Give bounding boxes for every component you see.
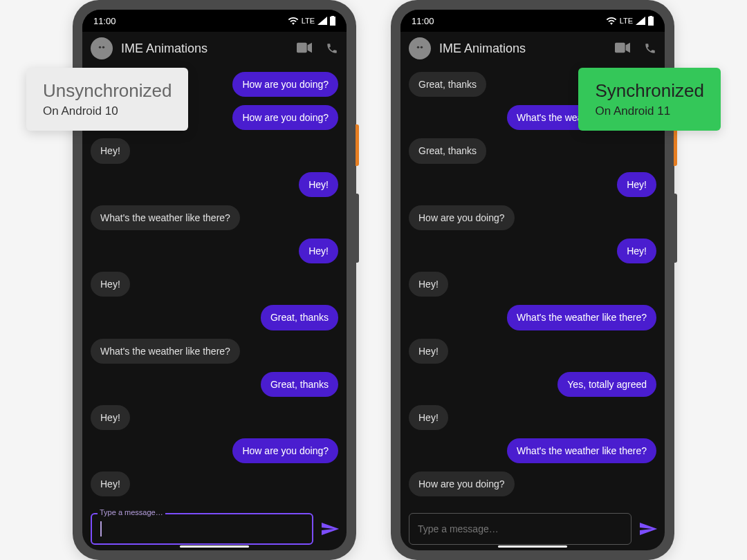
sent-bubble[interactable]: Yes, totally agreed: [557, 372, 656, 397]
message-row: How are you doing?: [409, 472, 656, 496]
svg-rect-0: [330, 17, 335, 26]
avatar[interactable]: [91, 37, 113, 59]
network-label: LTE: [620, 17, 633, 25]
network-label: LTE: [302, 17, 315, 25]
svg-rect-11: [615, 43, 625, 53]
status-bar: 11:00 LTE: [82, 10, 347, 32]
received-bubble[interactable]: How are you doing?: [409, 472, 515, 496]
avatar[interactable]: [409, 37, 431, 59]
app-title: IME Animations: [439, 41, 607, 56]
sent-bubble[interactable]: Hey!: [617, 239, 656, 263]
svg-point-8: [414, 42, 426, 55]
send-button[interactable]: [638, 521, 658, 537]
svg-point-4: [102, 46, 104, 48]
svg-rect-5: [297, 43, 307, 53]
svg-point-10: [421, 46, 423, 48]
message-row: What's the weather like there?: [91, 339, 338, 364]
sent-bubble[interactable]: How are you doing?: [232, 438, 338, 463]
message-row: Great, thanks: [91, 305, 338, 330]
app-title: IME Animations: [121, 41, 288, 56]
composer: Type a message…: [82, 507, 347, 550]
status-time: 11:00: [412, 16, 434, 26]
message-row: Hey!: [91, 472, 338, 496]
svg-point-3: [99, 46, 101, 48]
message-input[interactable]: [409, 513, 631, 545]
message-row: Hey!: [409, 272, 656, 297]
video-icon[interactable]: [615, 42, 630, 53]
phone-icon[interactable]: [326, 42, 338, 55]
message-row: Hey!: [91, 239, 338, 263]
received-bubble[interactable]: Hey!: [91, 138, 130, 163]
received-bubble[interactable]: Hey!: [409, 272, 448, 297]
message-row: Hey!: [409, 239, 656, 263]
wifi-icon: [288, 17, 299, 25]
battery-icon: [330, 16, 335, 26]
svg-rect-7: [649, 16, 652, 17]
svg-rect-6: [648, 17, 654, 26]
composer: [400, 507, 665, 550]
svg-point-9: [417, 46, 419, 48]
sent-bubble[interactable]: Hey!: [299, 239, 338, 263]
message-row: Hey!: [91, 405, 338, 430]
message-input[interactable]: [91, 513, 313, 545]
received-bubble[interactable]: What's the weather like there?: [91, 205, 240, 230]
received-bubble[interactable]: How are you doing?: [409, 205, 515, 230]
message-row: Hey!: [409, 172, 656, 197]
sent-bubble[interactable]: How are you doing?: [232, 72, 338, 97]
input-label: Type a message…: [98, 508, 165, 516]
received-bubble[interactable]: Hey!: [91, 472, 130, 496]
message-row: Hey!: [409, 405, 656, 430]
message-list-a[interactable]: How are you doing?How are you doing?Hey!…: [82, 65, 347, 507]
video-icon[interactable]: [297, 42, 312, 53]
text-cursor: [100, 521, 102, 536]
send-button[interactable]: [320, 521, 340, 537]
signal-icon: [636, 17, 645, 25]
phone-icon[interactable]: [644, 42, 656, 55]
tag-title: Synchronized: [595, 80, 704, 102]
home-indicator[interactable]: [180, 545, 249, 548]
svg-rect-1: [331, 16, 334, 17]
message-row: What's the weather like there?: [409, 438, 656, 463]
status-bar: 11:00 LTE: [400, 10, 665, 32]
message-row: What's the weather like there?: [91, 205, 338, 230]
received-bubble[interactable]: Great, thanks: [409, 138, 486, 163]
label-synchronized: Synchronized On Android 11: [578, 68, 721, 131]
sent-bubble[interactable]: Great, thanks: [261, 305, 338, 330]
received-bubble[interactable]: Hey!: [409, 339, 448, 364]
sent-bubble[interactable]: What's the weather like there?: [507, 438, 656, 463]
signal-icon: [317, 17, 327, 25]
wifi-icon: [606, 17, 617, 25]
message-row: Great, thanks: [91, 372, 338, 397]
message-row: Yes, totally agreed: [409, 372, 656, 397]
sent-bubble[interactable]: Hey!: [299, 172, 338, 197]
message-row: How are you doing?: [91, 438, 338, 463]
tag-title: Unsynchronized: [43, 80, 172, 102]
sent-bubble[interactable]: How are you doing?: [232, 105, 338, 130]
sent-bubble[interactable]: Great, thanks: [261, 372, 338, 397]
received-bubble[interactable]: Hey!: [91, 272, 130, 297]
message-row: Hey!: [91, 138, 338, 163]
message-row: Hey!: [409, 339, 656, 364]
tag-subtitle: On Android 10: [43, 104, 172, 118]
message-row: Hey!: [91, 172, 338, 197]
received-bubble[interactable]: What's the weather like there?: [91, 339, 240, 364]
message-row: Hey!: [91, 272, 338, 297]
app-bar: IME Animations: [82, 32, 347, 65]
message-row: How are you doing?: [409, 205, 656, 230]
received-bubble[interactable]: Hey!: [409, 405, 448, 430]
received-bubble[interactable]: Hey!: [91, 405, 130, 430]
home-indicator[interactable]: [498, 545, 567, 548]
message-list-b[interactable]: Great, thanksWhat's the weather like the…: [400, 65, 665, 507]
app-bar: IME Animations: [400, 32, 665, 65]
message-row: Great, thanks: [409, 138, 656, 163]
received-bubble[interactable]: Great, thanks: [409, 72, 486, 97]
status-time: 11:00: [93, 16, 116, 26]
sent-bubble[interactable]: Hey!: [617, 172, 656, 197]
tag-subtitle: On Android 11: [595, 104, 704, 118]
sent-bubble[interactable]: What's the weather like there?: [507, 305, 656, 330]
message-row: What's the weather like there?: [409, 305, 656, 330]
svg-point-2: [95, 42, 108, 55]
battery-icon: [648, 16, 654, 26]
label-unsynchronized: Unsynchronized On Android 10: [26, 68, 188, 131]
